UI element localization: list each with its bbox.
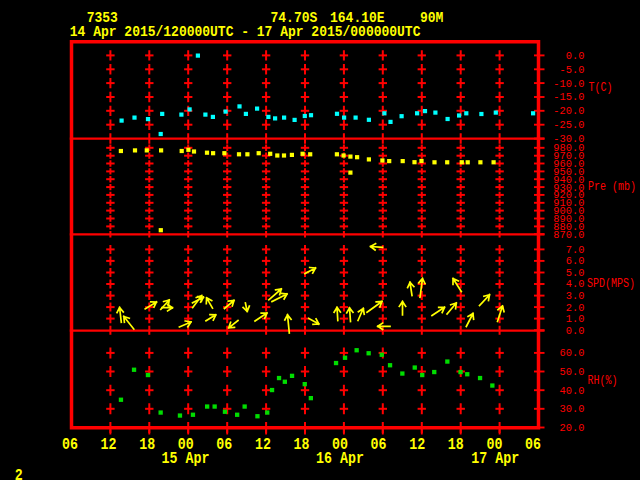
- svg-text:-10.0: -10.0: [553, 77, 584, 89]
- svg-text:0.0: 0.0: [566, 324, 585, 336]
- svg-text:0.0: 0.0: [566, 49, 585, 61]
- svg-text:06: 06: [525, 436, 541, 453]
- svg-text:Pre (mb): Pre (mb): [588, 180, 636, 193]
- svg-text:1.0: 1.0: [566, 313, 585, 325]
- svg-text:14 Apr 2015/120000UTC - 17 Apr: 14 Apr 2015/120000UTC - 17 Apr 2015/0000…: [70, 23, 421, 40]
- svg-text:60.0: 60.0: [560, 347, 585, 359]
- svg-text:12: 12: [101, 436, 117, 453]
- svg-text:6.0: 6.0: [566, 255, 585, 267]
- svg-text:12: 12: [255, 436, 271, 453]
- svg-text:06: 06: [216, 436, 232, 453]
- svg-text:20.0: 20.0: [560, 422, 585, 434]
- svg-text:06: 06: [371, 436, 387, 453]
- svg-text:18: 18: [139, 436, 155, 453]
- svg-text:17 Apr: 17 Apr: [471, 449, 519, 466]
- svg-text:12: 12: [409, 436, 425, 453]
- svg-text:SPD(MPS): SPD(MPS): [587, 277, 635, 290]
- svg-text:T(C): T(C): [589, 82, 613, 95]
- svg-text:18: 18: [294, 436, 310, 453]
- svg-text:2: 2: [15, 466, 23, 480]
- svg-text:-5.0: -5.0: [560, 63, 585, 75]
- svg-text:06: 06: [62, 436, 78, 453]
- svg-text:-25.0: -25.0: [553, 119, 584, 131]
- svg-text:40.0: 40.0: [560, 384, 585, 396]
- svg-text:90M: 90M: [420, 9, 443, 26]
- svg-text:870.0: 870.0: [553, 228, 584, 240]
- svg-text:-15.0: -15.0: [553, 91, 584, 103]
- svg-text:50.0: 50.0: [560, 366, 585, 378]
- svg-text:-20.0: -20.0: [553, 105, 584, 117]
- svg-text:16 Apr: 16 Apr: [316, 449, 364, 466]
- svg-text:4.0: 4.0: [566, 278, 585, 290]
- svg-text:18: 18: [448, 436, 464, 453]
- svg-text:15 Apr: 15 Apr: [162, 449, 210, 466]
- svg-text:30.0: 30.0: [560, 403, 585, 415]
- svg-text:RH(%): RH(%): [588, 375, 618, 388]
